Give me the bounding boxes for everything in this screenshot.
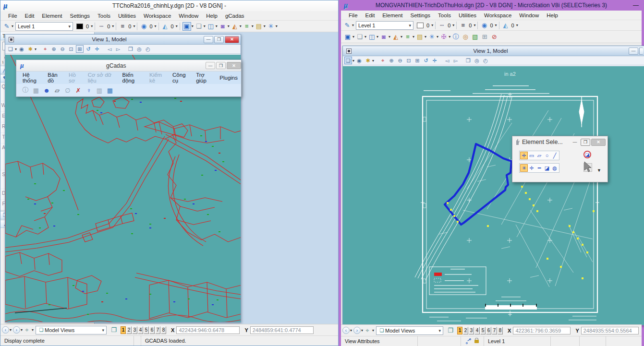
menu-item[interactable]: Element xyxy=(378,12,406,19)
separator[interactable] xyxy=(461,56,463,65)
class-dropdown[interactable]: ▾ xyxy=(495,23,497,27)
menu-item[interactable]: Edit xyxy=(362,12,379,19)
maximize-button[interactable] xyxy=(639,48,643,55)
view-toggle[interactable]: 5 xyxy=(480,327,486,334)
back-dropdown[interactable]: ▾ xyxy=(10,328,12,332)
rotate-view-icon[interactable]: ↺▾ xyxy=(85,45,92,53)
view-toggle[interactable]: 3 xyxy=(132,326,137,334)
menu-item[interactable]: Edit xyxy=(21,12,38,20)
view-toggle[interactable]: 4 xyxy=(474,327,480,334)
right-titlebar[interactable]: µ MONGVANTHIEN-TrichDoThuHoi.dgn [2D - V… xyxy=(341,0,642,11)
active-element-dropdown[interactable]: ▾ xyxy=(12,24,13,28)
individual-select-icon[interactable]: ✛ xyxy=(520,152,528,159)
models-icon[interactable]: ▣▾ xyxy=(182,22,194,31)
y-coordinate-field[interactable]: 2484935:554:0.5564 xyxy=(581,327,639,334)
view-previous-icon[interactable]: ‹ xyxy=(2,326,9,334)
info-icon[interactable]: ⓘ xyxy=(20,86,31,95)
style-dropdown[interactable]: ▾ xyxy=(452,23,454,27)
lock-icon[interactable] xyxy=(474,340,479,343)
markup-icon[interactable]: ▧▾ xyxy=(471,33,479,41)
class-dropdown[interactable]: ▾ xyxy=(155,24,157,28)
circle-select-icon[interactable]: ○ xyxy=(543,152,551,159)
level-display-icon[interactable]: ▤▾ xyxy=(255,22,266,31)
design-history-icon[interactable]: ⊞▾ xyxy=(480,33,489,41)
snaps-icon[interactable]: ✳▾ xyxy=(267,22,278,31)
clip-volume-icon[interactable]: ◴▾ xyxy=(144,45,152,53)
fit-view-icon[interactable]: ⊞▾ xyxy=(413,57,421,64)
view-render-icon[interactable]: ◉▾ xyxy=(355,57,363,64)
zoom-out-icon[interactable]: ⊖▾ xyxy=(59,45,66,53)
table-icon[interactable]: ▦ xyxy=(31,86,41,95)
close-button[interactable]: ✕ xyxy=(227,62,241,69)
transparency-icon[interactable]: ◭ xyxy=(501,21,510,30)
y-coordinate-field[interactable]: 2484859:641:0.4774 xyxy=(250,326,314,334)
clip-volume-icon[interactable]: ◴▾ xyxy=(482,57,489,64)
shape-select-icon[interactable]: ▱ xyxy=(535,152,543,159)
separator[interactable] xyxy=(439,56,442,65)
window-area-icon[interactable]: ⊡▾ xyxy=(405,57,413,64)
line-weight-icon[interactable]: ≡ xyxy=(459,21,467,30)
window-area-icon[interactable]: ⊡▾ xyxy=(67,45,75,53)
view-previous-icon[interactable]: ◅▾ xyxy=(106,45,113,53)
invert-select-icon[interactable]: ◪ xyxy=(543,164,551,172)
tool-dropdown[interactable]: ▾ xyxy=(372,328,374,333)
point-cloud-icon[interactable]: ◭▾ xyxy=(391,33,402,41)
info-circle-icon[interactable]: ⓘ▾ xyxy=(451,33,460,41)
map-canvas-right[interactable]: in a2 Element Sele... — ❐ ✕ ✛▭▱○╱ xyxy=(343,66,644,325)
view-next-icon[interactable]: ▻▾ xyxy=(452,57,460,64)
users-icon[interactable]: ☻ xyxy=(41,86,52,95)
level-manager-icon[interactable]: ≡▾ xyxy=(403,33,414,41)
close-button[interactable]: ✕ xyxy=(225,36,239,43)
active-color-swatch[interactable] xyxy=(417,23,424,28)
menu-item[interactable]: Window xyxy=(515,12,543,19)
gcadas-menu-item[interactable]: Plugins xyxy=(216,73,241,82)
view-group-icon[interactable]: ❐ xyxy=(109,326,118,334)
menu-item[interactable]: Workspace xyxy=(140,12,175,20)
menu-item[interactable]: Window xyxy=(175,12,202,20)
clear-selection-icon[interactable]: ◪ xyxy=(583,151,591,158)
view-titlebar[interactable]: View 1, Model — xyxy=(343,46,644,56)
references-icon[interactable]: ◫▾ xyxy=(207,22,218,31)
view-toggle[interactable]: 1 xyxy=(121,326,126,334)
gcadas-menu-item[interactable]: Bản đồ xyxy=(44,71,65,85)
gcadas-menu-item[interactable]: Hồ sơ xyxy=(65,71,85,85)
view-display-icon[interactable]: ❏▾ xyxy=(344,57,354,64)
menu-item[interactable]: Utilities xyxy=(114,12,140,20)
view-toggle[interactable]: 5 xyxy=(144,326,149,334)
left-titlebar[interactable]: µ TTChoRa2016_chinhLy.dgn [2D - V8 DGN] … xyxy=(0,0,338,11)
menu-item[interactable]: Tools xyxy=(434,12,455,19)
view-previous-icon[interactable]: ◅▾ xyxy=(443,57,451,64)
view-toggle[interactable]: 7 xyxy=(155,326,160,334)
expand-dialog-icon[interactable]: ▼ xyxy=(597,168,601,173)
view-next-icon[interactable]: › xyxy=(353,327,361,334)
color-dropdown[interactable]: ▾ xyxy=(91,24,93,28)
line-style-icon[interactable]: ┅ xyxy=(437,21,446,30)
raster-manager-icon[interactable]: ◙▾ xyxy=(219,22,230,31)
tool-dropdown[interactable]: ▾ xyxy=(32,328,34,332)
zoom-in-icon[interactable]: ⊕▾ xyxy=(50,45,58,53)
menu-item[interactable]: Tools xyxy=(94,12,114,20)
saved-views-icon[interactable]: ◭▾ xyxy=(231,22,242,31)
separator[interactable] xyxy=(123,45,126,53)
view-toggle[interactable]: 4 xyxy=(138,326,143,334)
x-coordinate-field[interactable]: 422434:946:0.6478 xyxy=(176,326,240,334)
menu-item[interactable]: File xyxy=(4,12,21,20)
menu-item[interactable]: File xyxy=(345,12,362,19)
smart-select-icon[interactable]: ✳ xyxy=(520,164,528,172)
line-weight-icon[interactable]: ≡ xyxy=(118,22,127,31)
accudraw-icon[interactable]: ✠▾ xyxy=(439,33,450,41)
references-icon[interactable]: ◫▾ xyxy=(367,33,378,41)
menu-item[interactable]: Settings xyxy=(66,12,94,20)
gcadas-menu-item[interactable]: Trợ giúp xyxy=(193,71,216,85)
separator[interactable] xyxy=(375,56,378,65)
models-icon[interactable]: ▣▾ xyxy=(343,33,354,41)
view-next-icon[interactable]: › xyxy=(13,326,20,334)
pan-view-icon[interactable]: ✛▾ xyxy=(93,45,101,53)
parcel-icon[interactable]: ▱ xyxy=(52,86,62,95)
maximize-button[interactable]: ❐ xyxy=(216,62,226,69)
view-toggle[interactable]: 8 xyxy=(161,326,166,334)
view-tool-icon[interactable]: ⌖ xyxy=(23,326,31,334)
x-coordinate-field[interactable]: 422361:796:0.3659 xyxy=(513,327,571,334)
close-button[interactable]: ✕ xyxy=(591,139,606,146)
element-highlight-icon[interactable]: ⌖▾ xyxy=(41,45,49,53)
